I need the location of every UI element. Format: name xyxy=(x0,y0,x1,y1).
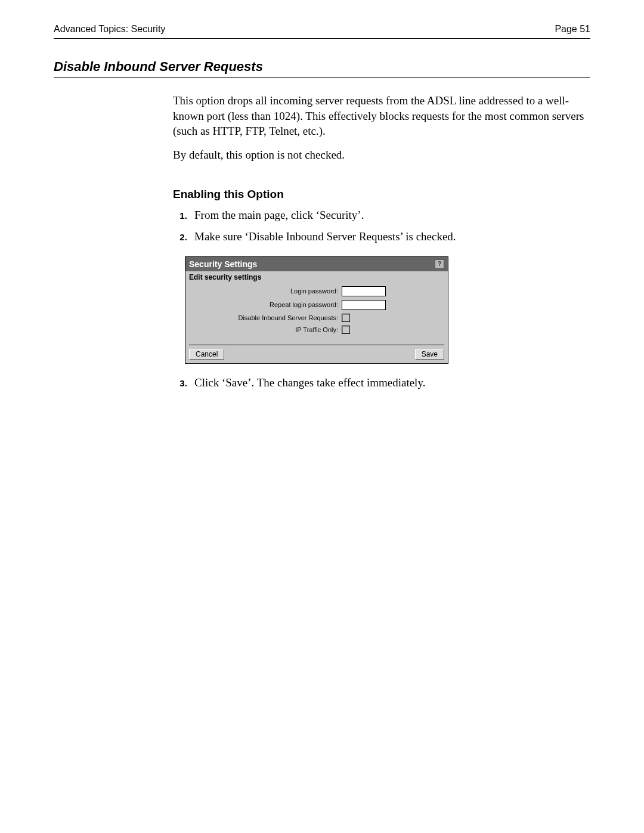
help-icon[interactable]: ? xyxy=(435,259,444,269)
row-login-password: Login password: xyxy=(189,286,444,296)
form-rows: Login password: Repeat login password: D… xyxy=(185,285,448,341)
label-login-password: Login password: xyxy=(189,287,342,295)
header-left: Advanced Topics: Security xyxy=(54,24,165,35)
cancel-button[interactable]: Cancel xyxy=(189,349,224,360)
document-page: Advanced Topics: Security Page 51 Disabl… xyxy=(0,0,644,833)
label-ip-only: IP Traffic Only: xyxy=(189,326,342,333)
subheading-enabling-option: Enabling this Option xyxy=(173,188,590,201)
panel-subtitle: Edit security settings xyxy=(185,271,448,285)
steps-list-continued: Click ‘Save’. The changes take effect im… xyxy=(173,374,590,392)
panel-title: Security Settings xyxy=(189,259,257,269)
row-disable-inbound: Disable Inbound Server Requests: xyxy=(189,314,444,322)
step-3: Click ‘Save’. The changes take effect im… xyxy=(190,374,590,392)
save-button[interactable]: Save xyxy=(415,349,444,360)
step-1: From the main page, click ‘Security’. xyxy=(190,207,590,224)
body-text: This option drops all incoming server re… xyxy=(173,93,590,163)
steps-list: From the main page, click ‘Security’. Ma… xyxy=(173,207,590,246)
panel-actions: Cancel Save xyxy=(189,345,444,363)
header-right: Page 51 xyxy=(555,24,590,35)
paragraph-2: By default, this option is not checked. xyxy=(173,147,590,163)
panel-header: Security Settings ? xyxy=(185,257,448,271)
label-repeat-password: Repeat login password: xyxy=(189,301,342,308)
label-disable-inbound: Disable Inbound Server Requests: xyxy=(189,314,342,321)
step-2: Make sure ‘Disable Inbound Server Reques… xyxy=(190,228,590,246)
security-settings-panel: Security Settings ? Edit security settin… xyxy=(185,256,448,364)
repeat-password-input[interactable] xyxy=(342,300,386,310)
running-header: Advanced Topics: Security Page 51 xyxy=(54,24,590,39)
login-password-input[interactable] xyxy=(342,286,386,296)
row-ip-only: IP Traffic Only: xyxy=(189,326,444,334)
section-heading: Disable Inbound Server Requests xyxy=(54,59,590,78)
ip-only-checkbox[interactable] xyxy=(342,326,350,334)
row-repeat-password: Repeat login password: xyxy=(189,300,444,310)
paragraph-1: This option drops all incoming server re… xyxy=(173,93,590,139)
disable-inbound-checkbox[interactable] xyxy=(342,314,350,322)
